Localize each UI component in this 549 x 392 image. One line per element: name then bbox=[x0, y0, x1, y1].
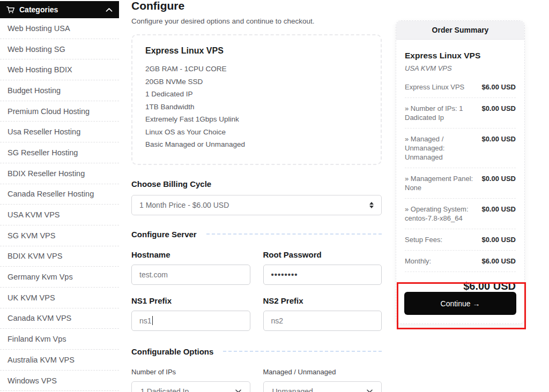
ns1-prefix-field-group: NS1 Prefix ns1 bbox=[131, 296, 250, 342]
configure-server-heading-row: Configure Server bbox=[131, 230, 382, 239]
product-feature: 20GB NVMe SSD bbox=[145, 76, 368, 88]
continue-button[interactable]: Continue → bbox=[404, 292, 516, 315]
cart-icon bbox=[6, 6, 15, 14]
sidebar-category-label: Australia KVM VPS bbox=[8, 356, 75, 364]
page-subtitle: Configure your desired options and conti… bbox=[131, 17, 382, 25]
product-feature: 1 Dedicated IP bbox=[145, 88, 368, 101]
sidebar-category-item[interactable]: Web Hosting BDIX bbox=[0, 59, 119, 80]
categories-header[interactable]: Categories bbox=[0, 1, 119, 18]
sidebar-category-item[interactable]: Web Hosting USA bbox=[0, 18, 119, 39]
sidebar-category-item[interactable]: Budget Hosting bbox=[0, 80, 119, 101]
line-item-label: Monthly: bbox=[405, 257, 481, 266]
sidebar-category-label: Web Hosting SG bbox=[8, 45, 65, 54]
order-product-group: USA KVM VPS bbox=[405, 64, 516, 77]
sidebar-category-item[interactable]: SG KVM VPS bbox=[0, 225, 119, 246]
chevron-down-icon bbox=[235, 389, 241, 392]
product-feature: 1TB Bandwidth bbox=[145, 101, 368, 114]
number-of-ips-label: Number of IPs bbox=[131, 368, 250, 376]
order-summary-panel: Order Summary Express Linux VPS USA KVM … bbox=[396, 20, 525, 324]
sidebar-category-label: Premium Cloud Hosting bbox=[8, 107, 90, 116]
number-of-ips-select[interactable]: 1 Dadicated Ip bbox=[131, 381, 250, 392]
sidebar-category-label: Budget Hosting bbox=[8, 86, 61, 95]
sidebar-category-label: Web Hosting USA bbox=[8, 24, 70, 33]
product-feature: 2GB RAM - 1CPU CORE bbox=[145, 63, 368, 76]
order-product-name: Express Linux VPS bbox=[405, 51, 516, 61]
line-item-label: » Number of IPs: 1 Dadicated Ip bbox=[405, 104, 481, 122]
categories-list: Web Hosting USA Web Hosting SG Web Hosti… bbox=[0, 18, 119, 391]
sidebar-category-label: SG KVM VPS bbox=[8, 231, 55, 240]
ns2-prefix-label: NS2 Prefix bbox=[263, 296, 382, 305]
billing-cycle-heading: Choose Billing Cycle bbox=[131, 179, 382, 189]
sidebar-category-label: Windows VPS bbox=[8, 376, 57, 385]
dashed-divider bbox=[223, 351, 382, 352]
categories-label: Categories bbox=[19, 5, 58, 14]
sidebar-category-item[interactable]: Web Hosting SG bbox=[0, 39, 119, 60]
line-item-label: Express Linux VPS bbox=[405, 82, 481, 92]
page-title: Configure bbox=[131, 0, 382, 12]
chevron-down-icon bbox=[367, 389, 373, 392]
sidebar-category-item[interactable]: Usa Reseller Hosting bbox=[0, 122, 119, 142]
sidebar-category-item[interactable]: BDIX KVM VPS bbox=[0, 246, 119, 267]
select-updown-icon bbox=[369, 202, 374, 208]
order-line-item: » Operating System: centos-7.8-x86_64 $0… bbox=[405, 199, 516, 229]
order-total: $6.00 USD bbox=[405, 272, 516, 292]
sidebar-category-item[interactable]: Windows VPS bbox=[0, 371, 119, 391]
managed-unmanaged-select[interactable]: Unmanaged bbox=[263, 381, 382, 392]
server-config-form: Hostname test.com Root Password ••••••••… bbox=[131, 250, 382, 342]
sidebar-category-item[interactable]: BDIX Reseller Hosting bbox=[0, 163, 119, 184]
product-feature: Extremely Fast 1Gbps Uplink bbox=[145, 113, 368, 126]
order-line-item: Setup Fees: $0.00 USD bbox=[405, 229, 516, 251]
order-line-item: Monthly: $6.00 USD bbox=[405, 251, 516, 272]
sidebar-category-label: USA KVM VPS bbox=[8, 210, 60, 219]
billing-cycle-select[interactable]: 1 Month Price - $6.00 USD bbox=[131, 195, 382, 215]
order-summary-body: Express Linux VPS USA KVM VPS Express Li… bbox=[396, 40, 524, 303]
sidebar-category-item[interactable]: Canada Reseller Hosting bbox=[0, 184, 119, 205]
chevron-up-icon[interactable] bbox=[106, 7, 113, 12]
configure-main: Configure Configure your desired options… bbox=[131, 0, 382, 392]
sidebar-category-item[interactable]: USA KVM VPS bbox=[0, 205, 119, 225]
sidebar-category-item[interactable]: UK KVM VPS bbox=[0, 288, 119, 308]
sidebar-category-item[interactable]: Finland Kvm Vps bbox=[0, 329, 119, 350]
sidebar-category-item[interactable]: Germany Kvm Vps bbox=[0, 267, 119, 288]
configure-server-heading: Configure Server bbox=[131, 230, 197, 239]
ns2-prefix-field-group: NS2 Prefix ns2 bbox=[263, 296, 382, 342]
number-of-ips-group: Number of IPs 1 Dadicated Ip bbox=[131, 368, 250, 392]
hostname-input[interactable]: test.com bbox=[131, 265, 250, 285]
root-password-input[interactable]: •••••••• bbox=[263, 265, 382, 285]
managed-unmanaged-value: Unmanaged bbox=[272, 387, 313, 392]
sidebar-category-label: UK KVM VPS bbox=[8, 293, 55, 302]
line-item-price: $6.00 USD bbox=[481, 82, 516, 92]
sidebar-category-label: Germany Kvm Vps bbox=[8, 273, 73, 281]
managed-unmanaged-group: Managed / Unmanaged Unmanaged bbox=[263, 368, 382, 392]
sidebar-category-item[interactable]: Canada KVM VPS bbox=[0, 308, 119, 329]
ns1-prefix-label: NS1 Prefix bbox=[131, 296, 250, 305]
ns2-prefix-input[interactable]: ns2 bbox=[263, 311, 382, 331]
ns1-prefix-input[interactable]: ns1 bbox=[131, 311, 250, 331]
sidebar-category-label: Canada KVM VPS bbox=[8, 314, 71, 322]
line-item-price: $6.00 USD bbox=[481, 257, 516, 266]
product-feature: Basic Managed or Unmanaged bbox=[145, 138, 368, 151]
hostname-field-group: Hostname test.com bbox=[131, 250, 250, 296]
line-item-price: $0.00 USD bbox=[481, 205, 516, 223]
managed-unmanaged-label: Managed / Unmanaged bbox=[263, 368, 382, 376]
line-item-price: $0.00 USD bbox=[481, 235, 516, 244]
configurable-options-form: Number of IPs 1 Dadicated Ip Managed / U… bbox=[131, 368, 382, 392]
hostname-label: Hostname bbox=[131, 250, 250, 259]
order-line-item: » Management Panel: None $0.00 USD bbox=[405, 168, 516, 199]
sidebar-category-label: SG Reseller Hosting bbox=[8, 148, 78, 157]
sidebar-category-label: BDIX KVM VPS bbox=[8, 252, 62, 260]
root-password-field-group: Root Password •••••••• bbox=[263, 250, 382, 296]
product-feature: Linux OS as Your Choice bbox=[145, 126, 368, 139]
line-item-price: $0.00 USD bbox=[481, 104, 516, 122]
sidebar-category-item[interactable]: Premium Cloud Hosting bbox=[0, 101, 119, 122]
line-item-label: » Operating System: centos-7.8-x86_64 bbox=[405, 205, 481, 223]
configurable-options-heading: Configurable Options bbox=[131, 347, 213, 356]
line-item-price: $0.00 USD bbox=[481, 134, 516, 162]
sidebar-category-item[interactable]: Australia KVM VPS bbox=[0, 350, 119, 371]
hostname-value: test.com bbox=[139, 270, 168, 279]
order-line-item: » Number of IPs: 1 Dadicated Ip $0.00 US… bbox=[405, 98, 516, 129]
sidebar-category-item[interactable]: SG Reseller Hosting bbox=[0, 142, 119, 163]
root-password-value: •••••••• bbox=[271, 270, 298, 279]
line-item-label: » Managed / Unmanaged: Unmanaged bbox=[405, 134, 481, 162]
line-item-price: $0.00 USD bbox=[481, 174, 516, 192]
